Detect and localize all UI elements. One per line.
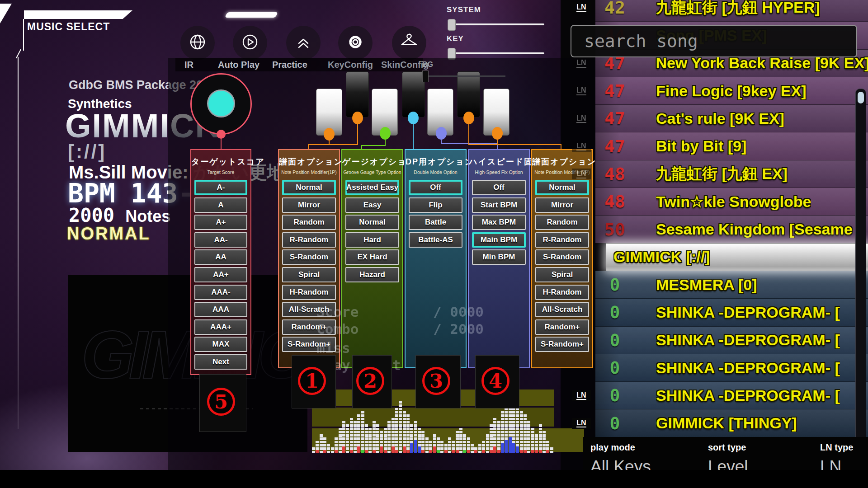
song-row[interactable]: LN 50 Sesame Kingdom [Sesame (595, 215, 868, 243)
song-list-scrollbar[interactable] (855, 89, 866, 470)
note-option-2p[interactable]: R-Random (535, 232, 589, 248)
ln-badge-label: LN (576, 86, 586, 95)
target-score-option[interactable]: AAA- (194, 285, 247, 300)
note-option-2p[interactable]: Normal (535, 180, 589, 195)
note-option-1p[interactable]: Random (282, 215, 336, 230)
song-row-title: SHINKA -DEPROGRAM- [ (656, 359, 840, 377)
dp-option[interactable]: Battle-AS (409, 232, 462, 248)
hispeed-option[interactable]: Off (472, 180, 526, 195)
note-option-2p[interactable]: Random (535, 215, 589, 230)
gauge-option[interactable]: Easy (345, 197, 399, 213)
panel-title: ターゲットスコア (191, 156, 250, 167)
marker-2: 2 (356, 367, 384, 395)
song-row[interactable]: LN 42 九龍虹街 [九鈕 HYPER] (595, 0, 868, 21)
song-row[interactable]: LN 0 SHINKA -DEPROGRAM- [ (595, 381, 868, 409)
connector-line (561, 144, 561, 149)
gauge-option[interactable]: Hazard (345, 267, 399, 282)
song-row-title: SHINKA -DEPROGRAM- [ (656, 387, 840, 404)
song-row-title: 九龍虹街 [九鈕 HYPER] (656, 0, 820, 18)
spectrum-bar (312, 446, 315, 453)
song-level: 47 (595, 136, 634, 156)
ln-badge-body: LN (572, 113, 591, 124)
note-option-2p[interactable]: All-Scratch (535, 302, 589, 317)
song-row[interactable]: LN 0 SHINKA -DEPROGRAM- [ (595, 298, 868, 326)
dp-option[interactable]: Flip (409, 197, 462, 213)
song-row[interactable]: LN 0 GIMMICK [THINGY] (595, 409, 868, 436)
connector-line (468, 124, 469, 145)
target-score-option[interactable]: AA (194, 249, 247, 265)
note-option-2p[interactable]: Spiral (535, 267, 589, 282)
note-option-1p[interactable]: S-Random (282, 249, 336, 265)
song-row[interactable]: LN 48 Twin☆kle Snowglobe (595, 188, 868, 215)
song-row-title: Sesame Kingdom [Sesame (656, 221, 853, 238)
target-score-option[interactable]: A (194, 197, 247, 213)
note-option-1p[interactable]: Normal (282, 180, 336, 195)
note-option-1p[interactable]: H-Random (282, 285, 336, 300)
footer-bar (0, 470, 868, 488)
song-row[interactable]: LN 47 Fine Logic [9key EX] (595, 77, 868, 104)
spectrum-bar (444, 443, 448, 453)
song-row[interactable]: LN 0 SHINKA -DEPROGRAM- [ (595, 354, 868, 381)
note-option-2p[interactable]: Mirror (535, 197, 589, 213)
note-option-1p[interactable]: Mirror (282, 197, 336, 213)
target-score-option[interactable]: AAA+ (194, 319, 247, 335)
note-option-2p[interactable]: Random+ (535, 319, 589, 335)
song-row[interactable]: LN GIMMICK [://] (606, 243, 868, 271)
bg-slider-handle[interactable] (422, 70, 429, 82)
song-level: 48 (595, 192, 634, 211)
note-option-2p[interactable]: S-Random (535, 249, 589, 265)
nav-tab-label[interactable]: KeyConfig (328, 60, 373, 70)
hispeed-option[interactable]: Main BPM (472, 232, 526, 248)
song-row[interactable]: LN 48 九龍虹街 [九鈕 EX] (595, 160, 868, 188)
song-row[interactable]: LN 47 Bit by Bit [9] (595, 132, 868, 160)
song-row[interactable]: LN 47 Cat's rule [9K EX] (595, 104, 868, 132)
search-input[interactable] (571, 31, 856, 51)
target-score-option[interactable]: AA- (194, 232, 247, 248)
target-score-option[interactable]: AAA (194, 302, 247, 317)
hispeed-option[interactable]: Max BPM (472, 215, 526, 230)
spectrum-bar (384, 427, 387, 453)
target-score-option[interactable]: AA+ (194, 267, 247, 282)
spectrum-bar (486, 433, 489, 453)
key-config-button[interactable] (338, 26, 373, 60)
skin-config-button[interactable] (392, 26, 426, 60)
gauge-option[interactable]: EX Hard (345, 249, 399, 265)
spectrum-bar (320, 433, 323, 453)
dp-option[interactable]: Off (409, 180, 462, 195)
gauge-option[interactable]: Normal (345, 215, 399, 230)
hispeed-option[interactable]: Start BPM (472, 197, 526, 213)
note-option-2p[interactable]: S-Random+ (535, 337, 589, 352)
hispeed-option[interactable]: Min BPM (472, 249, 526, 265)
dp-option[interactable]: Battle (409, 215, 462, 230)
ln-badge: LN (572, 2, 591, 13)
system-volume-handle[interactable] (448, 19, 456, 31)
song-row-title: Fine Logic [9key EX] (656, 82, 807, 100)
ln-badge-label: LN (576, 59, 586, 68)
target-score-option[interactable]: Next (194, 354, 247, 370)
system-volume-slider[interactable] (448, 23, 544, 25)
nav-tab-label[interactable]: Auto Play (218, 60, 259, 70)
nav-tab-label[interactable]: IR (184, 60, 193, 70)
bg-slider[interactable] (424, 75, 505, 77)
ln-badge: LN (572, 390, 591, 401)
turntable-center (207, 89, 235, 117)
nav-tab-label[interactable]: Practice (272, 60, 307, 70)
note-option-1p[interactable]: Spiral (282, 267, 336, 282)
song-row[interactable]: LN 0 MESMERA [0] (595, 271, 868, 298)
song-row[interactable]: LN 0 SHINKA -DEPROGRAM- [ (595, 326, 868, 354)
key-volume-slider[interactable] (448, 52, 544, 54)
nav-tab-label[interactable]: SkinConfig (381, 60, 429, 70)
practice-button[interactable] (286, 26, 321, 60)
target-score-option[interactable]: A+ (194, 215, 247, 230)
panel-title: DP用オプション (406, 156, 466, 167)
target-score-option[interactable]: A- (194, 180, 247, 195)
auto-play-button[interactable] (233, 26, 267, 60)
ir-button[interactable] (180, 26, 215, 60)
note-option-1p[interactable]: R-Random (282, 232, 336, 248)
scrollbar-thumb[interactable] (858, 92, 864, 103)
gauge-option[interactable]: Assisted Easy (345, 180, 399, 195)
target-score-option[interactable]: MAX (194, 337, 247, 352)
hanger-icon (399, 32, 420, 54)
note-option-2p[interactable]: H-Random (535, 285, 589, 300)
gauge-option[interactable]: Hard (345, 232, 399, 248)
